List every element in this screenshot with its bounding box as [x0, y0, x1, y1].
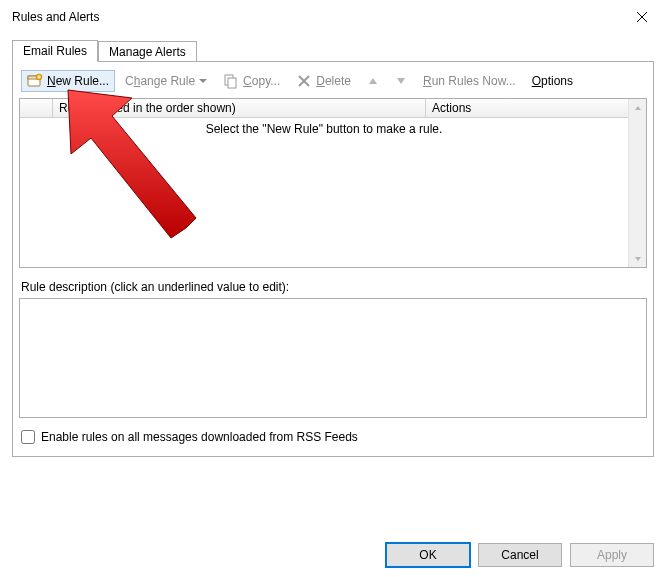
copy-button[interactable]: Copy... [217, 70, 286, 92]
rules-list-body: Select the "New Rule" button to make a r… [20, 118, 628, 267]
svg-marker-15 [635, 257, 641, 261]
rules-toolbar: New Rule... Change Rule Copy... [19, 68, 647, 98]
rules-and-alerts-dialog: Rules and Alerts Email Rules Manage Aler… [0, 0, 666, 577]
change-rule-button[interactable]: Change Rule [119, 71, 213, 91]
ok-button[interactable]: OK [386, 543, 470, 567]
chevron-down-icon [634, 255, 642, 263]
close-button[interactable] [622, 3, 662, 31]
rule-description-box[interactable] [19, 298, 647, 418]
scroll-up-button[interactable] [629, 99, 646, 116]
copy-icon [223, 73, 239, 89]
caret-down-icon [199, 77, 207, 85]
tab-manage-alerts[interactable]: Manage Alerts [98, 41, 197, 62]
new-rule-label: New Rule... [47, 74, 109, 88]
rss-checkbox[interactable] [21, 430, 35, 444]
svg-marker-12 [369, 78, 377, 84]
rule-description-label: Rule description (click an underlined va… [21, 280, 645, 294]
run-rules-now-label: Run Rules Now... [423, 74, 516, 88]
delete-label: Delete [316, 74, 351, 88]
close-icon [636, 11, 648, 23]
rss-checkbox-row[interactable]: Enable rules on all messages downloaded … [21, 430, 645, 444]
tab-panel-email-rules: New Rule... Change Rule Copy... [12, 61, 654, 457]
rules-col-actions[interactable]: Actions [426, 99, 628, 117]
move-up-button[interactable] [361, 72, 385, 90]
tab-email-rules[interactable]: Email Rules [12, 40, 98, 62]
delete-button[interactable]: Delete [290, 70, 357, 92]
rules-col-checkbox[interactable] [20, 99, 53, 117]
rules-col-rule[interactable]: Rule (applied in the order shown) [53, 99, 426, 117]
scroll-down-button[interactable] [629, 250, 646, 267]
options-button[interactable]: Options [526, 71, 579, 91]
svg-marker-7 [199, 79, 207, 83]
new-rule-icon [27, 73, 43, 89]
triangle-up-icon [367, 75, 379, 87]
dialog-footer: OK Cancel Apply [386, 543, 654, 567]
options-label: Options [532, 74, 573, 88]
rules-empty-text: Select the "New Rule" button to make a r… [206, 122, 443, 136]
rules-scrollbar[interactable] [628, 99, 646, 267]
delete-icon [296, 73, 312, 89]
chevron-up-icon [634, 104, 642, 112]
titlebar: Rules and Alerts [0, 0, 666, 34]
move-down-button[interactable] [389, 72, 413, 90]
change-rule-label: Change Rule [125, 74, 195, 88]
copy-label: Copy... [243, 74, 280, 88]
svg-marker-13 [397, 78, 405, 84]
rules-list: Rule (applied in the order shown) Action… [19, 98, 647, 268]
dialog-title: Rules and Alerts [12, 10, 622, 24]
svg-marker-14 [635, 106, 641, 110]
svg-rect-9 [228, 78, 236, 88]
new-rule-button[interactable]: New Rule... [21, 70, 115, 92]
tab-strip: Email Rules Manage Alerts [12, 38, 654, 61]
apply-button[interactable]: Apply [570, 543, 654, 567]
run-rules-now-button[interactable]: Run Rules Now... [417, 71, 522, 91]
cancel-button[interactable]: Cancel [478, 543, 562, 567]
rules-list-header: Rule (applied in the order shown) Action… [20, 99, 628, 118]
triangle-down-icon [395, 75, 407, 87]
rss-checkbox-label: Enable rules on all messages downloaded … [41, 430, 358, 444]
